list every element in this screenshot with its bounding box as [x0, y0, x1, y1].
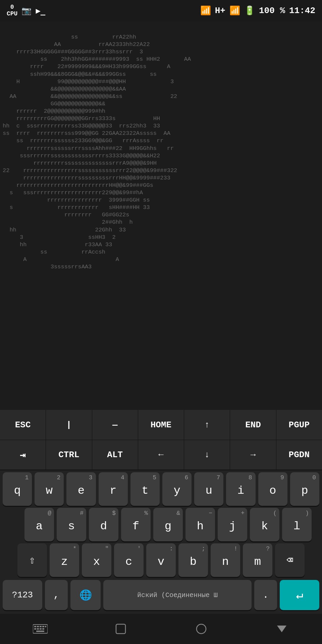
- key-f-letter: f: [132, 520, 139, 533]
- key-123[interactable]: ?123: [3, 580, 42, 610]
- key-q-num: 1: [25, 474, 29, 481]
- key-n[interactable]: ! n: [211, 543, 240, 577]
- special-row-1: ESC | — HOME ↑ END PGUP: [0, 410, 322, 440]
- key-k-letter: k: [261, 520, 268, 533]
- key-home[interactable]: HOME: [138, 410, 184, 440]
- nav-keyboard-button[interactable]: [30, 619, 50, 639]
- key-p-num: 0: [312, 474, 316, 481]
- keyboard-row-qwerty: 1 q 2 w 3 e 4 r 5 t 6 y 7 u 8 i: [0, 470, 322, 506]
- key-o-letter: o: [269, 484, 276, 497]
- key-c[interactable]: ' c: [114, 543, 144, 577]
- key-i[interactable]: 8 i: [226, 472, 255, 506]
- key-b[interactable]: ; b: [178, 543, 208, 577]
- key-up[interactable]: ↑: [184, 410, 230, 440]
- signal-label: H+: [215, 6, 225, 16]
- key-y-letter: y: [173, 484, 180, 497]
- key-123-label: ?123: [12, 590, 33, 600]
- key-tab[interactable]: ⇥: [0, 440, 46, 470]
- key-t[interactable]: 5 t: [130, 472, 160, 506]
- key-e[interactable]: 3 e: [66, 472, 96, 506]
- keyboard-row-bottom: ?123 , 🌐 йский (Соединенные Ш . ↵: [0, 577, 322, 614]
- key-globe[interactable]: 🌐: [70, 580, 101, 610]
- key-c-sym: ': [137, 545, 141, 552]
- key-u[interactable]: 7 u: [194, 472, 223, 506]
- key-down[interactable]: ↓: [184, 440, 230, 470]
- key-h[interactable]: − h: [185, 508, 215, 541]
- key-q[interactable]: 1 q: [3, 472, 32, 506]
- key-u-num: 7: [217, 474, 220, 481]
- key-space[interactable]: йский (Соединенные Ш: [103, 580, 252, 610]
- key-ctrl[interactable]: CTRL: [46, 440, 92, 470]
- key-h-letter: h: [197, 520, 204, 533]
- key-k-sym: (: [273, 510, 277, 517]
- key-pgdn[interactable]: PGDN: [276, 440, 322, 470]
- cpu-number: 0: [10, 4, 14, 11]
- key-p[interactable]: 0 p: [290, 472, 319, 506]
- key-comma[interactable]: ,: [45, 580, 68, 610]
- keyboard-row-asdf: @ a # s $ d % f & g − h + j ( k: [0, 506, 322, 541]
- key-comma-label: ,: [53, 589, 59, 601]
- wifi-icon: 📶: [200, 5, 211, 16]
- svg-rect-3: [40, 626, 42, 627]
- key-l[interactable]: ) l: [282, 508, 312, 541]
- key-y[interactable]: 6 y: [162, 472, 192, 506]
- enter-icon: ↵: [296, 588, 303, 602]
- key-esc[interactable]: ESC: [0, 410, 46, 440]
- globe-icon: 🌐: [79, 589, 92, 601]
- key-l-letter: l: [293, 520, 300, 533]
- key-end[interactable]: END: [230, 410, 276, 440]
- key-n-letter: n: [222, 555, 229, 568]
- status-left: 0 CPU 📷 ▶_: [7, 4, 45, 17]
- video-icon: 📷: [21, 6, 32, 16]
- key-s-letter: s: [68, 520, 75, 533]
- key-v[interactable]: : v: [146, 543, 176, 577]
- key-pgup[interactable]: PGUP: [276, 410, 322, 440]
- key-r[interactable]: 4 r: [99, 472, 128, 506]
- svg-rect-10: [36, 631, 44, 632]
- terminal-icon: ▶_: [36, 6, 45, 15]
- key-dash[interactable]: —: [92, 410, 138, 440]
- svg-rect-5: [45, 626, 46, 627]
- key-x[interactable]: " x: [82, 543, 111, 577]
- key-a-letter: a: [36, 520, 43, 533]
- nav-home-button[interactable]: [191, 619, 211, 639]
- key-q-letter: q: [14, 484, 20, 497]
- key-d-sym: $: [112, 510, 116, 517]
- svg-rect-6: [34, 628, 36, 630]
- svg-rect-9: [42, 628, 44, 630]
- key-period-label: .: [263, 589, 269, 601]
- key-m[interactable]: ? m: [243, 543, 272, 577]
- key-a[interactable]: @ a: [24, 508, 54, 541]
- key-f[interactable]: % f: [121, 508, 151, 541]
- key-k[interactable]: ( k: [250, 508, 279, 541]
- nav-back-button[interactable]: [272, 619, 292, 639]
- key-o[interactable]: 9 o: [258, 472, 287, 506]
- key-enter[interactable]: ↵: [280, 580, 319, 610]
- key-s[interactable]: # s: [57, 508, 86, 541]
- key-left[interactable]: ←: [138, 440, 184, 470]
- triangle-icon: [276, 623, 288, 635]
- key-backspace[interactable]: ⌫: [275, 543, 305, 577]
- key-r-num: 4: [121, 474, 124, 481]
- key-shift[interactable]: ⇧: [17, 543, 47, 577]
- backspace-icon: ⌫: [286, 553, 293, 567]
- key-n-sym: !: [234, 545, 237, 552]
- key-right[interactable]: →: [230, 440, 276, 470]
- clock: 11:42: [289, 6, 315, 16]
- terminal-area[interactable]: ss rrA22hh AA rrAA2333hh22A22 rrrr33HGGG…: [0, 21, 322, 410]
- key-g[interactable]: & g: [153, 508, 183, 541]
- svg-rect-2: [37, 626, 39, 627]
- key-j[interactable]: + j: [218, 508, 247, 541]
- key-space-label: йский (Соединенные Ш: [137, 591, 218, 599]
- key-w[interactable]: 2 w: [35, 472, 64, 506]
- nav-recents-button[interactable]: [111, 619, 131, 639]
- key-e-letter: e: [78, 484, 85, 497]
- key-b-letter: b: [190, 555, 197, 568]
- key-period[interactable]: .: [254, 580, 277, 610]
- key-z[interactable]: * z: [50, 543, 79, 577]
- key-x-sym: ": [105, 545, 109, 552]
- svg-rect-7: [37, 628, 39, 630]
- key-alt[interactable]: ALT: [92, 440, 138, 470]
- key-d[interactable]: $ d: [89, 508, 118, 541]
- key-pipe[interactable]: |: [46, 410, 92, 440]
